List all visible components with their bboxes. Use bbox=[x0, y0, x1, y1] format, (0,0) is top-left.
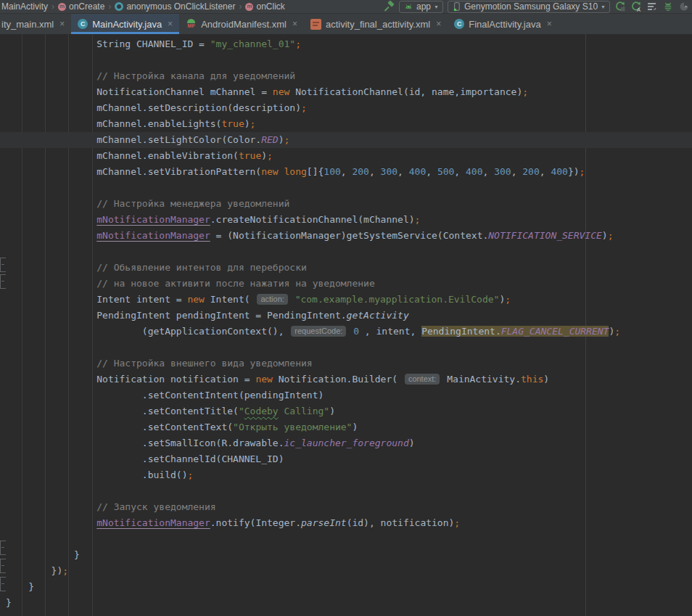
close-icon[interactable]: × bbox=[292, 19, 297, 29]
code-line[interactable]: // Обьявление интентов для переброски bbox=[0, 260, 692, 276]
code-token: .notify(Integer. bbox=[210, 517, 301, 528]
breadcrumb-item-anonymous-class[interactable]: anonymous OnClickListener bbox=[115, 1, 235, 12]
code-line[interactable]: mChannel.setDescription(description); bbox=[0, 100, 692, 116]
code-line[interactable]: mNotificationManager.createNotificationC… bbox=[0, 212, 692, 228]
code-line[interactable]: // на новое активити после нажатия на ув… bbox=[0, 276, 692, 292]
code-token: ; bbox=[580, 166, 585, 177]
tab-androidmanifest-xml[interactable]: MF AndroidManifest.xml × bbox=[179, 14, 304, 34]
parameter-hint-chip: requestCode: bbox=[291, 326, 346, 337]
code-line[interactable]: mChannel.enableVibration(true); bbox=[0, 148, 692, 164]
code-line[interactable] bbox=[0, 340, 692, 356]
code-token: long bbox=[284, 166, 307, 177]
close-icon[interactable]: × bbox=[436, 19, 441, 29]
tab-finalacttivity-java[interactable]: C FinalActtivity.java × bbox=[448, 14, 558, 34]
code-line[interactable]: }); bbox=[0, 563, 692, 579]
code-token: NotificationChannel mChannel = bbox=[6, 86, 273, 97]
code-line[interactable]: } bbox=[0, 579, 692, 595]
code-area[interactable]: String CHANNEL_ID = "my_channel_01"; // … bbox=[0, 36, 692, 611]
code-line[interactable]: NotificationChannel mChannel = new Notif… bbox=[0, 84, 692, 100]
code-token: new bbox=[261, 166, 278, 177]
code-line[interactable]: mChannel.setVibrationPattern(new long[]{… bbox=[0, 164, 692, 180]
code-token: }) bbox=[568, 166, 580, 177]
code-token: "com.example.myapplication.EvilCode" bbox=[295, 294, 500, 305]
code-line[interactable]: // Запуск уведомления bbox=[0, 499, 692, 515]
run-tasks-list-icon[interactable] bbox=[644, 1, 660, 13]
code-token: = (NotificationManager)getSystemService(… bbox=[210, 230, 489, 241]
code-line[interactable]: // Настройка канала для уведомлений bbox=[0, 68, 692, 84]
build-hammer-icon[interactable] bbox=[381, 1, 397, 13]
code-line[interactable]: .setSmallIcon(R.drawable.ic_launcher_for… bbox=[0, 435, 692, 451]
code-line[interactable] bbox=[0, 531, 692, 547]
code-token: ) bbox=[244, 118, 250, 129]
tab-activity-main-xml[interactable]: ity_main.xml × bbox=[0, 14, 71, 34]
svg-text:A: A bbox=[637, 7, 640, 13]
code-line[interactable]: PendingIntent pendingIntent = PendingInt… bbox=[0, 308, 692, 324]
code-line[interactable] bbox=[0, 52, 692, 68]
code-line[interactable]: Intent intent = new Intent( action: "com… bbox=[0, 292, 692, 308]
code-token: this bbox=[521, 374, 543, 385]
code-token bbox=[6, 517, 96, 528]
code-line[interactable]: mNotificationManager.notify(Integer.pars… bbox=[0, 515, 692, 531]
code-token: 300 bbox=[381, 166, 398, 177]
code-line[interactable]: } bbox=[0, 595, 692, 611]
code-token: } bbox=[6, 581, 34, 592]
code-token bbox=[6, 230, 96, 241]
tab-activity-final-acttivity-xml[interactable]: activity_final_acttivity.xml × bbox=[304, 14, 448, 34]
code-line[interactable]: // Настройка менеджера уведомлений bbox=[0, 196, 692, 212]
code-token: .setContentIntent(pendingIntent) bbox=[6, 390, 324, 401]
code-token: (getApplicationContext(), bbox=[6, 326, 289, 337]
code-line[interactable]: .setChannelId(CHANNEL_ID) bbox=[0, 451, 692, 467]
code-token: ; bbox=[295, 38, 301, 49]
code-token: // Запуск уведомления bbox=[6, 501, 216, 512]
code-line[interactable]: mChannel.setLightColor(Color.RED); bbox=[0, 132, 692, 148]
code-token: }) bbox=[6, 565, 62, 576]
code-line[interactable]: } bbox=[0, 547, 692, 563]
code-line[interactable]: Notification notification = new Notifica… bbox=[0, 371, 692, 387]
apply-code-changes-icon[interactable]: A bbox=[628, 1, 644, 13]
run-configuration-select[interactable]: app ▼ bbox=[399, 1, 443, 13]
code-token: , bbox=[483, 166, 495, 177]
breadcrumb-item-class[interactable]: MainActivity bbox=[1, 1, 48, 12]
code-line[interactable] bbox=[0, 483, 692, 499]
code-line[interactable]: .setContentText("Открыть уведомление") bbox=[0, 419, 692, 435]
code-token: ; bbox=[608, 230, 614, 241]
code-token: ; bbox=[187, 469, 193, 480]
code-line[interactable]: String CHANNEL_ID = "my_channel_01"; bbox=[0, 36, 692, 52]
code-token: ; bbox=[301, 102, 307, 113]
parameter-hint-chip: context: bbox=[405, 374, 440, 385]
code-line[interactable]: .setContentIntent(pendingIntent) bbox=[0, 387, 692, 403]
layout-xml-file-icon bbox=[310, 19, 321, 30]
breadcrumb-label: onCreate bbox=[69, 1, 104, 12]
code-line[interactable] bbox=[0, 244, 692, 260]
close-icon[interactable]: × bbox=[59, 19, 65, 29]
device-selector[interactable]: Genymotion Samsung Galaxy S10 ▼ bbox=[448, 1, 610, 13]
code-token bbox=[289, 294, 295, 305]
code-token: } bbox=[6, 549, 80, 560]
profiler-icon[interactable] bbox=[676, 1, 692, 13]
code-token: new bbox=[187, 294, 204, 305]
code-line[interactable]: mNotificationManager = (NotificationMana… bbox=[0, 228, 692, 244]
tab-mainactivity-java[interactable]: C MainActivity.java × bbox=[71, 14, 179, 34]
code-token: ) bbox=[352, 422, 358, 432]
code-line[interactable]: // Настройка внешнего вида уведомления bbox=[0, 356, 692, 371]
code-token: MainActivity. bbox=[441, 374, 521, 385]
breadcrumb-item-oncreate[interactable]: m onCreate bbox=[58, 1, 104, 12]
code-line[interactable]: (getApplicationContext(), requestCode: 0… bbox=[0, 324, 692, 340]
code-line[interactable]: .setContentTitle("Codeby Calling") bbox=[0, 403, 692, 419]
code-editor[interactable]: String CHANNEL_ID = "my_channel_01"; // … bbox=[0, 34, 692, 616]
android-icon bbox=[403, 1, 413, 12]
code-line[interactable]: mChannel.enableLights(true); bbox=[0, 116, 692, 132]
apply-changes-restart-icon[interactable] bbox=[612, 1, 628, 13]
close-icon[interactable]: × bbox=[547, 19, 552, 29]
code-line[interactable]: .build(); bbox=[0, 467, 692, 483]
code-token: Calling" bbox=[279, 406, 329, 416]
editor-tab-bar: ity_main.xml × C MainActivity.java × MF … bbox=[0, 14, 692, 34]
close-icon[interactable]: × bbox=[168, 19, 173, 29]
debug-bug-icon[interactable] bbox=[660, 1, 676, 13]
code-token: true bbox=[221, 118, 244, 129]
code-token: RED bbox=[261, 134, 278, 145]
code-token: getActivity bbox=[347, 310, 409, 321]
top-toolbar: MainActivity › m onCreate › anonymous On… bbox=[0, 0, 692, 14]
code-line[interactable] bbox=[0, 180, 692, 196]
breadcrumb-item-onclick[interactable]: m onClick bbox=[245, 1, 284, 12]
